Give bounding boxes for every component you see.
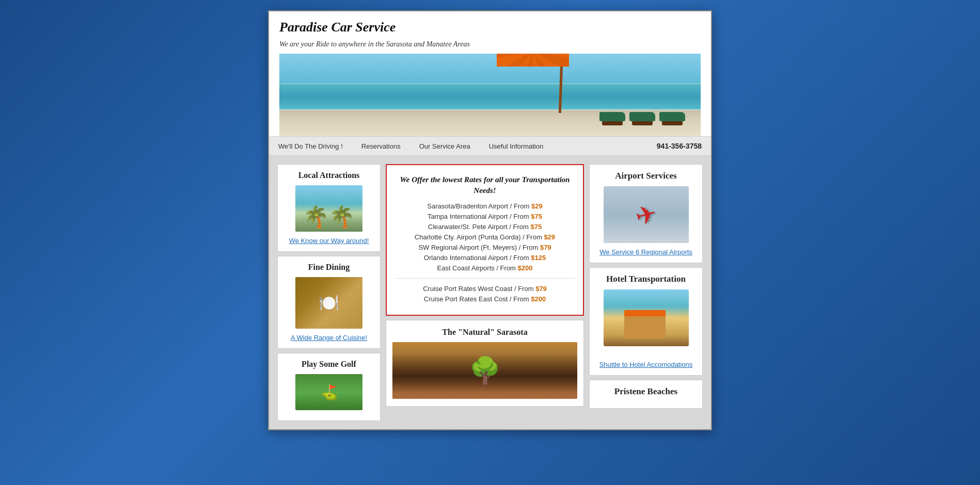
rate-pgd: Charlotte Cty. Airport (Punta Gorda) / F… (395, 233, 575, 241)
rate-mco: Orlando International Airport / From $12… (395, 254, 575, 262)
rate-clw: Clearwater/St. Pete Airport / From $75 (395, 223, 575, 231)
rate-cruise-east-label: From (513, 295, 531, 303)
content-area: Local Attractions We Know our Way around… (269, 156, 711, 429)
rate-cruise-west-price: $79 (535, 285, 547, 293)
fine-dining-section: Fine Dining A Wide Range of Cuisine! (277, 256, 381, 349)
airplane-image (604, 186, 689, 243)
rate-clw-name: Clearwater/St. Pete Airport / (428, 223, 513, 231)
header-image (279, 54, 701, 136)
rates-divider (395, 278, 575, 279)
rate-pgd-name: Charlotte Cty. Airport (Punta Gorda) / (415, 233, 527, 241)
golf-image: ⛳ (295, 374, 362, 410)
lounge-chairs (599, 112, 685, 121)
lounge-chair-1 (599, 112, 625, 121)
rate-srq-label: From (514, 202, 531, 210)
lounge-chair-3 (659, 112, 685, 121)
local-attractions-title: Local Attractions (283, 171, 375, 180)
site-title: Paradise Car Service (279, 20, 701, 35)
rate-mco-name: Orlando International Airport / (424, 254, 513, 262)
rate-east-coast-price: $200 (518, 264, 533, 272)
dining-image (295, 277, 362, 329)
rate-pgd-price: $29 (544, 233, 555, 241)
rate-cruise-east-name: Cruise Port Rates East Cost / (424, 295, 513, 303)
rate-east-coast-label: From (500, 264, 518, 272)
hotel-building (624, 310, 666, 338)
rate-cruise-east: Cruise Port Rates East Cost / From $200 (395, 295, 575, 303)
tree-icon: 🌳 (469, 355, 501, 385)
hotel-transportation-title: Hotel Transportation (595, 274, 697, 284)
local-attractions-link[interactable]: We Know our Way around! (289, 237, 369, 245)
natural-sarasota-image: 🌳 (392, 342, 577, 399)
rate-cruise-west-label: From (518, 285, 535, 293)
rates-box: We Offer the lowest Rates for all your T… (386, 164, 584, 316)
rates-headline: We Offer the lowest Rates for all your T… (395, 174, 575, 196)
palms-image (295, 185, 362, 232)
local-attractions-section: Local Attractions We Know our Way around… (277, 164, 381, 252)
rate-srq-price: $29 (531, 202, 543, 210)
golf-title: Play Some Golf (283, 360, 375, 369)
rate-srq: Sarasota/Bradenton Airport / From $29 (395, 202, 575, 210)
rate-tpa: Tampa International Airport / From $75 (395, 213, 575, 220)
header-tagline: We are your Ride to anywhere in the Sara… (279, 40, 701, 48)
rate-mco-price: $125 (531, 254, 546, 262)
rate-cruise-west: Cruise Port Rates West Coast / From $79 (395, 285, 575, 293)
rate-cruise-west-name: Cruise Port Rates West Coast / (423, 285, 518, 293)
airport-services-title: Airport Services (595, 171, 697, 181)
golf-section: Play Some Golf ⛳ (277, 353, 381, 421)
hotel-image (604, 289, 689, 346)
umbrella-pole (558, 67, 562, 113)
rate-rsw-name: SW Regional Airport (Ft. Meyers) / (418, 244, 523, 251)
lounge-chair-2 (629, 112, 655, 121)
natural-sarasota-section: The "Natural" Sarasota 🌳 (386, 320, 584, 407)
beaches-title: Pristene Beaches (595, 386, 697, 397)
rate-cruise-east-price: $200 (531, 295, 546, 303)
nav-links: We'll Do The Driving ! Reservations Our … (269, 137, 552, 155)
nav-link-useful-info[interactable]: Useful Information (480, 137, 553, 155)
rate-east-coast: East Coast Airports / From $200 (395, 264, 575, 272)
left-column: Local Attractions We Know our Way around… (277, 164, 381, 421)
beaches-section: Pristene Beaches (589, 380, 703, 409)
horizon-line (279, 83, 701, 84)
rate-pgd-label: From (526, 233, 544, 241)
rate-mco-label: From (513, 254, 531, 262)
nav-phone: 941-356-3758 (647, 137, 711, 155)
natural-sarasota-title: The "Natural" Sarasota (392, 328, 577, 337)
rate-tpa-price: $75 (531, 213, 542, 220)
hotel-transportation-link[interactable]: Shuttle to Hotel Accomodations (599, 361, 693, 368)
hotel-transportation-section: Hotel Transportation Shuttle to Hotel Ac… (589, 267, 703, 376)
rate-tpa-name: Tampa International Airport / (428, 213, 513, 220)
airport-services-section: Airport Services We Service 6 Regional A… (589, 164, 703, 263)
header: Paradise Car Service We are your Ride to… (269, 11, 711, 136)
fine-dining-title: Fine Dining (283, 263, 375, 272)
rate-east-coast-name: East Coast Airports / (437, 264, 500, 272)
rate-rsw-price: $79 (540, 244, 551, 251)
umbrella-top (497, 54, 569, 67)
rate-rsw-label: From (523, 244, 540, 251)
nav-link-driving[interactable]: We'll Do The Driving ! (269, 137, 352, 155)
main-container: Paradise Car Service We are your Ride to… (268, 10, 712, 430)
rate-clw-price: $75 (530, 223, 542, 231)
rate-rsw: SW Regional Airport (Ft. Meyers) / From … (395, 244, 575, 251)
fine-dining-link[interactable]: A Wide Range of Cuisine! (291, 334, 367, 342)
nav-bar: We'll Do The Driving ! Reservations Our … (269, 136, 711, 156)
airport-services-link[interactable]: We Service 6 Regional Airports (599, 248, 692, 256)
center-column: We Offer the lowest Rates for all your T… (381, 164, 589, 421)
beach-umbrella (525, 54, 597, 113)
right-column: Airport Services We Service 6 Regional A… (589, 164, 703, 421)
nav-link-service-area[interactable]: Our Service Area (410, 137, 480, 155)
nav-link-reservations[interactable]: Reservations (352, 137, 410, 155)
rate-srq-name: Sarasota/Bradenton Airport / (427, 202, 514, 210)
rate-tpa-label: From (513, 213, 531, 220)
beach-water (279, 83, 701, 111)
rate-clw-label: From (513, 223, 531, 231)
